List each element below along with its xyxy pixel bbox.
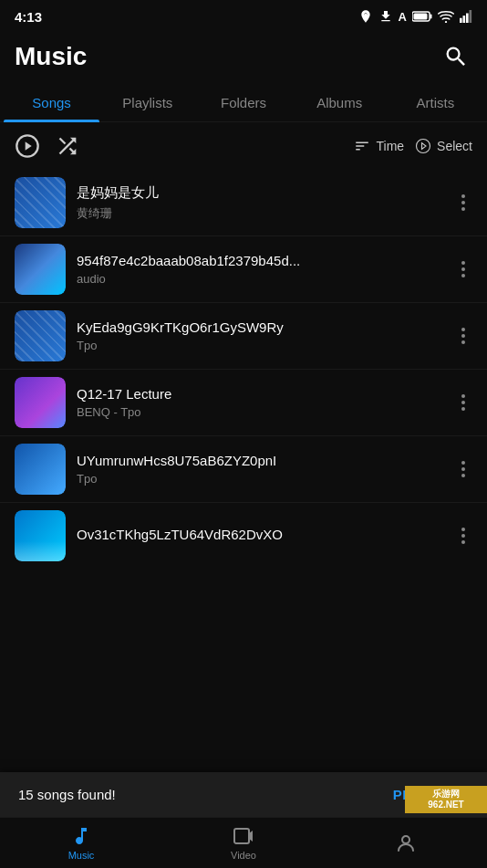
svg-rect-7 xyxy=(466,14,469,24)
battery-icon xyxy=(412,11,432,22)
shuffle-icon xyxy=(55,133,80,159)
list-item[interactable]: Ov31cTKhg5LzTU64VdR62DvXO xyxy=(0,503,487,569)
tab-songs[interactable]: Songs xyxy=(4,84,99,121)
song-more-button[interactable] xyxy=(454,320,472,351)
song-info: Q12-17 Lecture BENQ - Tpo xyxy=(77,386,443,419)
tab-playlists[interactable]: Playlists xyxy=(99,84,195,121)
list-item[interactable]: 是妈妈是女儿 黄绮珊 xyxy=(0,170,487,236)
song-more-button[interactable] xyxy=(454,454,472,485)
song-more-button[interactable] xyxy=(454,254,472,285)
nav-item-profile[interactable] xyxy=(325,827,487,860)
song-artist: 黄绮珊 xyxy=(77,205,443,222)
status-icons: A xyxy=(358,9,472,24)
app-title: Music xyxy=(15,42,87,71)
sort-icon xyxy=(354,138,370,154)
search-button[interactable] xyxy=(440,40,472,73)
search-icon xyxy=(443,44,469,69)
list-item[interactable]: UYumrunwHcs8U75aB6ZYZ0pnI Tpo xyxy=(0,436,487,503)
song-list: 是妈妈是女儿 黄绮珊 954f87e4c2baaab08ab1f2379b45d… xyxy=(0,170,487,678)
play-button[interactable] xyxy=(15,133,40,159)
svg-point-4 xyxy=(445,21,447,23)
song-thumbnail xyxy=(15,244,66,295)
nav-label-video: Video xyxy=(231,850,256,861)
video-nav-icon xyxy=(233,825,254,847)
shuffle-button[interactable] xyxy=(55,133,80,159)
select-icon xyxy=(415,138,431,154)
song-artist: BENQ - Tpo xyxy=(77,405,443,419)
list-item[interactable]: KyEda9gG9KrTKgO6r1GySW9Ry Tpo xyxy=(0,303,487,370)
svg-rect-2 xyxy=(430,15,432,19)
song-info: Ov31cTKhg5LzTU64VdR62DvXO xyxy=(77,527,443,546)
signal-icon xyxy=(460,10,472,23)
sort-time-button[interactable]: Time xyxy=(354,138,404,154)
svg-rect-3 xyxy=(414,14,428,20)
bottom-navigation: Music Video xyxy=(0,817,487,868)
download-icon xyxy=(378,9,393,24)
song-title: Q12-17 Lecture xyxy=(77,386,443,402)
nav-label-music: Music xyxy=(68,850,95,861)
song-title: Ov31cTKhg5LzTU64VdR62DvXO xyxy=(77,527,443,542)
wifi-icon xyxy=(438,10,454,23)
location-icon xyxy=(358,9,373,24)
song-thumbnail xyxy=(15,377,66,428)
tab-folders[interactable]: Folders xyxy=(195,84,291,121)
song-title: KyEda9gG9KrTKgO6r1GySW9Ry xyxy=(77,319,443,335)
list-item[interactable]: 954f87e4c2baaab08ab1f2379b45d... audio xyxy=(0,236,487,303)
profile-nav-icon xyxy=(395,832,417,854)
song-info: UYumrunwHcs8U75aB6ZYZ0pnI Tpo xyxy=(77,453,443,486)
music-nav-icon xyxy=(70,825,92,847)
play-icon xyxy=(15,133,40,159)
toolbar: Time Select xyxy=(0,122,487,170)
select-button[interactable]: Select xyxy=(415,138,472,154)
toolbar-right: Time Select xyxy=(354,138,472,154)
song-artist: Tpo xyxy=(77,339,443,352)
song-info: 954f87e4c2baaab08ab1f2379b45d... audio xyxy=(77,253,443,286)
song-artist: audio xyxy=(77,272,443,286)
svg-point-12 xyxy=(402,836,409,843)
song-thumbnail xyxy=(15,444,66,495)
song-info: 是妈妈是女儿 黄绮珊 xyxy=(77,184,443,222)
song-thumbnail xyxy=(15,510,66,561)
status-time: 4:13 xyxy=(15,9,42,25)
song-thumbnail xyxy=(15,310,66,361)
song-title: 954f87e4c2baaab08ab1f2379b45d... xyxy=(77,253,443,268)
list-item[interactable]: Q12-17 Lecture BENQ - Tpo xyxy=(0,370,487,436)
tab-albums[interactable]: Albums xyxy=(292,84,388,121)
svg-rect-5 xyxy=(460,18,462,23)
svg-rect-6 xyxy=(463,16,466,23)
a-icon: A xyxy=(399,10,407,24)
tabs-bar: Songs Playlists Folders Albums Artists xyxy=(0,84,487,122)
watermark: 乐游网 962.NET xyxy=(405,786,487,813)
tab-artists[interactable]: Artists xyxy=(388,84,483,121)
toolbar-left xyxy=(15,133,339,159)
song-more-button[interactable] xyxy=(454,387,472,418)
song-title: 是妈妈是女儿 xyxy=(77,184,443,202)
song-more-button[interactable] xyxy=(454,187,472,218)
song-thumbnail xyxy=(15,177,66,228)
song-info: KyEda9gG9KrTKgO6r1GySW9Ry Tpo xyxy=(77,319,443,352)
nav-item-music[interactable]: Music xyxy=(0,820,162,866)
song-artist: Tpo xyxy=(77,472,443,486)
header: Music xyxy=(0,33,487,84)
song-title: UYumrunwHcs8U75aB6ZYZ0pnI xyxy=(77,453,443,468)
svg-rect-8 xyxy=(470,10,472,23)
status-bar: 4:13 A xyxy=(0,0,487,33)
select-label: Select xyxy=(437,139,472,153)
svg-marker-10 xyxy=(26,141,32,150)
song-more-button[interactable] xyxy=(454,520,472,551)
time-label: Time xyxy=(376,139,404,153)
svg-rect-11 xyxy=(234,829,249,843)
nav-item-video[interactable]: Video xyxy=(162,820,325,866)
banner-text: 15 songs found! xyxy=(18,787,116,802)
watermark-text: 乐游网 962.NET xyxy=(428,789,463,810)
